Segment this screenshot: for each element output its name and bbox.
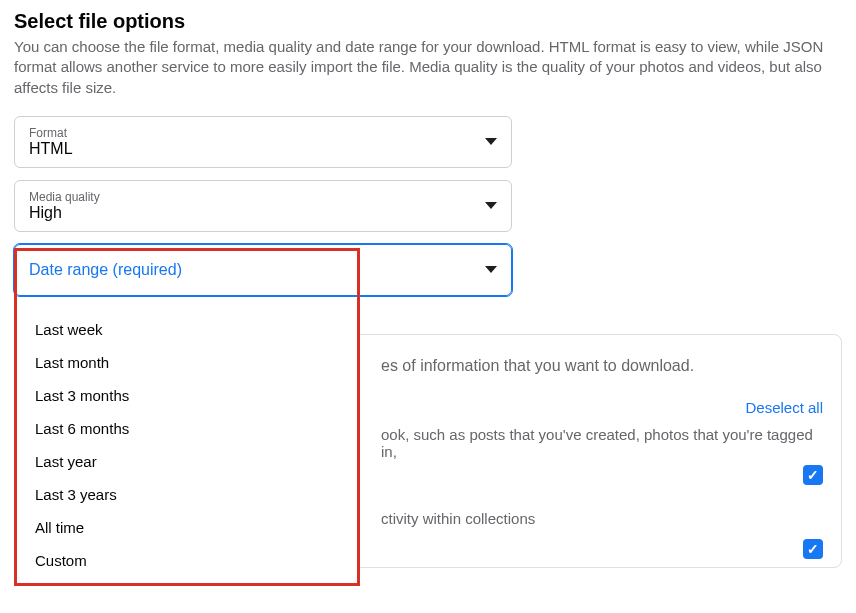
checkbox-item-1[interactable]: ✓ (803, 465, 823, 485)
dropdown-item-last-6-months[interactable]: Last 6 months (17, 412, 357, 445)
date-range-select[interactable]: Date range (required) (14, 244, 512, 296)
caret-down-icon (485, 202, 497, 209)
dropdown-item-custom[interactable]: Custom (17, 544, 357, 577)
dropdown-item-last-week[interactable]: Last week (17, 313, 357, 346)
media-quality-value: High (29, 204, 100, 222)
dropdown-item-last-month[interactable]: Last month (17, 346, 357, 379)
dropdown-item-all-time[interactable]: All time (17, 511, 357, 544)
section-title: Select file options (14, 10, 842, 33)
dropdown-item-last-year[interactable]: Last year (17, 445, 357, 478)
activity-text: ctivity within collections (381, 510, 535, 527)
section-description: You can choose the file format, media qu… (14, 37, 842, 98)
dropdown-item-last-3-years[interactable]: Last 3 years (17, 478, 357, 511)
caret-down-icon (485, 138, 497, 145)
media-quality-label: Media quality (29, 190, 100, 204)
media-quality-select[interactable]: Media quality High (14, 180, 512, 232)
date-range-placeholder: Date range (required) (29, 261, 182, 279)
dropdown-item-last-3-months[interactable]: Last 3 months (17, 379, 357, 412)
date-range-dropdown: Last week Last month Last 3 months Last … (14, 305, 360, 586)
checkbox-item-2[interactable]: ✓ (803, 539, 823, 559)
format-label: Format (29, 126, 73, 140)
format-select[interactable]: Format HTML (14, 116, 512, 168)
select-group: Format HTML Media quality High Date rang… (14, 116, 512, 296)
caret-down-icon (485, 266, 497, 273)
format-value: HTML (29, 140, 73, 158)
